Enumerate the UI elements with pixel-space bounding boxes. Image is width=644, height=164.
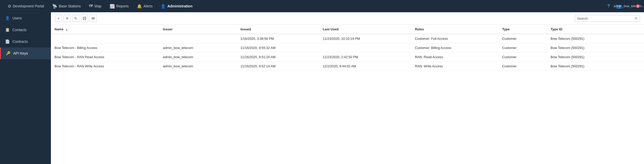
contracts-sidebar-icon: 📄 bbox=[5, 39, 10, 44]
cell-type: Customer bbox=[499, 34, 547, 43]
nav-administration-label: Administration bbox=[167, 4, 192, 8]
table-row[interactable]: Bow Telecom - RAN Write Accessadmin_bow_… bbox=[51, 62, 644, 71]
search-input[interactable] bbox=[590, 17, 633, 20]
alerts-icon: 🔔 bbox=[137, 4, 142, 9]
search-container: Search: ✕ bbox=[575, 15, 640, 22]
col-header-issued[interactable]: Issued bbox=[237, 25, 319, 34]
cell-issuer: admin_bow_telecom bbox=[159, 43, 237, 53]
nav-right-section: ? 👥 admin_bow_telecom... 9 bbox=[605, 2, 640, 10]
col-header-type-id[interactable]: Type ID bbox=[547, 25, 644, 34]
cell-issuer: admin_bow_telecom bbox=[159, 62, 237, 71]
nav-base-stations-label: Base Stations bbox=[59, 4, 81, 8]
cell-roles: RAN: Read Access bbox=[411, 53, 499, 62]
grid-icon bbox=[92, 17, 95, 20]
col-header-type[interactable]: Type bbox=[499, 25, 547, 34]
sidebar: 👤 Users 📋 Contacts 📄 Contracts 🔑 API Key… bbox=[0, 12, 51, 164]
top-navigation: ⚙ Development Portal 📡 Base Stations 🗺 M… bbox=[0, 0, 644, 12]
sort-icon-name: ▲ bbox=[65, 28, 68, 31]
cell-roles: Customer: Full Access bbox=[411, 34, 499, 43]
cell-issued: 11/16/2020, 9:52:14 AM bbox=[237, 62, 319, 71]
api-keys-sidebar-icon: 🔑 bbox=[6, 51, 11, 56]
nav-map-label: Map bbox=[94, 4, 101, 8]
col-header-last-used[interactable]: Last Used bbox=[319, 25, 411, 34]
cell-type: Customer bbox=[499, 62, 547, 71]
table-body: 1/16/2020, 3:38:56 PM11/23/2020, 10:10:1… bbox=[51, 34, 644, 71]
sidebar-item-users[interactable]: 👤 Users bbox=[0, 12, 51, 24]
table-row[interactable]: Bow Telecom - RAN Read Accessadmin_bow_t… bbox=[51, 53, 644, 62]
sidebar-item-contacts[interactable]: 📋 Contacts bbox=[0, 24, 51, 36]
table-row[interactable]: Bow Telecom - Billing Accessadmin_bow_te… bbox=[51, 43, 644, 53]
col-header-issuer[interactable]: Issuer bbox=[159, 25, 237, 34]
sidebar-api-keys-label: API Keys bbox=[13, 51, 28, 55]
cell-name: Bow Telecom - RAN Read Access bbox=[51, 53, 159, 62]
nav-administration[interactable]: 👤 Administration bbox=[157, 2, 196, 10]
cell-roles: Customer: Billing Access bbox=[411, 43, 499, 53]
sidebar-item-contracts[interactable]: 📄 Contracts bbox=[0, 36, 51, 47]
cell-last_used: 11/23/2020, 2:42:50 PM bbox=[319, 53, 411, 62]
map-icon: 🗺 bbox=[89, 4, 93, 8]
nav-reports[interactable]: 📈 Reports bbox=[106, 2, 132, 10]
cell-issued: 11/16/2020, 9:55:32 AM bbox=[237, 43, 319, 53]
col-header-roles[interactable]: Roles bbox=[411, 25, 499, 34]
sidebar-users-label: Users bbox=[12, 16, 22, 20]
cell-issued: 11/16/2020, 9:51:24 AM bbox=[237, 53, 319, 62]
cell-issuer bbox=[159, 34, 237, 43]
cell-type: Customer bbox=[499, 43, 547, 53]
nav-map[interactable]: 🗺 Map bbox=[85, 2, 105, 10]
table-row[interactable]: 1/16/2020, 3:38:56 PM11/23/2020, 10:10:1… bbox=[51, 34, 644, 43]
cell-name: Bow Telecom - RAN Write Access bbox=[51, 62, 159, 71]
nav-alerts-label: Alerts bbox=[144, 4, 153, 8]
refresh-button[interactable]: ↻ bbox=[72, 15, 79, 22]
cell-type: Customer bbox=[499, 53, 547, 62]
cell-issued: 1/16/2020, 3:38:56 PM bbox=[237, 34, 319, 43]
add-button[interactable]: + bbox=[55, 15, 62, 22]
users-sidebar-icon: 👤 bbox=[5, 16, 10, 20]
cell-last_used: 12/2/2020, 9:44:02 AM bbox=[319, 62, 411, 71]
nav-dev-portal-label: Development Portal bbox=[13, 4, 44, 8]
notification-badge[interactable]: 9 bbox=[636, 4, 640, 8]
cell-type_id: Bow Telecom (500291) bbox=[547, 43, 644, 53]
base-stations-icon: 📡 bbox=[52, 4, 57, 9]
cell-type_id: Bow Telecom (500291) bbox=[547, 62, 644, 71]
cell-name: Bow Telecom - Billing Access bbox=[51, 43, 159, 53]
sidebar-item-api-keys[interactable]: 🔑 API Keys bbox=[0, 47, 51, 59]
sidebar-contacts-label: Contacts bbox=[12, 28, 26, 32]
cell-name bbox=[51, 34, 159, 43]
reports-icon: 📈 bbox=[110, 4, 115, 9]
dev-portal-icon: ⚙ bbox=[8, 4, 11, 9]
cell-type_id: Bow Telecom (500291) bbox=[547, 53, 644, 62]
contacts-sidebar-icon: 📋 bbox=[5, 28, 10, 32]
api-keys-table: Name ▲ Issuer Issued Last Used bbox=[51, 25, 644, 71]
search-clear-button[interactable]: ✕ bbox=[634, 16, 638, 20]
main-content: + ✕ ↻ Search: ✕ bbox=[51, 12, 644, 164]
administration-icon: 👤 bbox=[161, 4, 166, 9]
table-container: Name ▲ Issuer Issued Last Used bbox=[51, 25, 644, 71]
search-label: Search: bbox=[577, 17, 589, 20]
grid-button[interactable] bbox=[90, 15, 97, 22]
main-layout: 👤 Users 📋 Contacts 📄 Contracts 🔑 API Key… bbox=[0, 12, 644, 164]
export-icon bbox=[83, 17, 86, 20]
cell-last_used bbox=[319, 43, 411, 53]
col-header-name[interactable]: Name ▲ bbox=[51, 25, 159, 34]
export-button[interactable] bbox=[81, 15, 88, 22]
table-header-row: Name ▲ Issuer Issued Last Used bbox=[51, 25, 644, 34]
cell-issuer: admin_bow_telecom bbox=[159, 53, 237, 62]
help-icon[interactable]: ? bbox=[605, 2, 612, 10]
cell-type_id: Bow Telecom (500291) bbox=[547, 34, 644, 43]
cell-last_used: 11/23/2020, 10:10:19 PM bbox=[319, 34, 411, 43]
nav-alerts[interactable]: 🔔 Alerts bbox=[133, 2, 156, 10]
close-button[interactable]: ✕ bbox=[64, 15, 71, 22]
nav-base-stations[interactable]: 📡 Base Stations bbox=[49, 2, 84, 10]
nav-dev-portal[interactable]: ⚙ Development Portal bbox=[4, 2, 48, 10]
toolbar: + ✕ ↻ Search: ✕ bbox=[51, 12, 644, 25]
cell-roles: RAN: Write Access bbox=[411, 62, 499, 71]
sidebar-contracts-label: Contracts bbox=[12, 40, 28, 44]
account-icon[interactable]: admin_bow_telecom... bbox=[625, 2, 633, 10]
nav-reports-label: Reports bbox=[116, 4, 129, 8]
